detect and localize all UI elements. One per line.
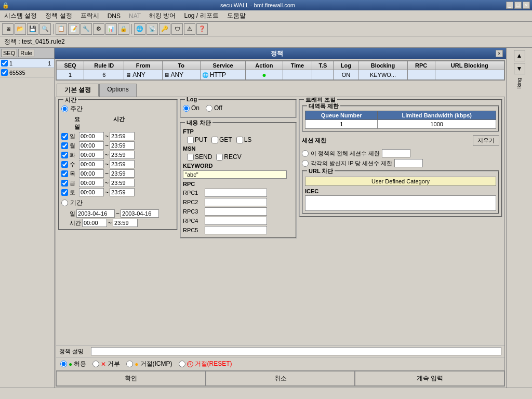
action-allow-icon: ● <box>69 361 72 368</box>
log-on-radio[interactable] <box>183 105 190 112</box>
msn-send-label[interactable]: SEND <box>187 153 212 161</box>
rpc5-input[interactable] <box>205 226 267 234</box>
day-end-sun[interactable] <box>110 132 135 140</box>
ftp-put-checkbox[interactable] <box>187 137 194 143</box>
ftp-get-label[interactable]: GET <box>211 136 232 143</box>
msn-recv-checkbox[interactable] <box>216 154 223 161</box>
weekly-radio-row: 주간 <box>61 104 175 113</box>
sidebar-row-65535[interactable]: 65535 <box>0 68 54 77</box>
tab-basic[interactable]: 기본 설정 <box>57 84 99 97</box>
toolbar-btn-4[interactable]: 🔍 <box>39 23 51 35</box>
action-allow-radio[interactable] <box>60 361 67 367</box>
day-start-fri[interactable] <box>79 179 104 187</box>
day-start-sun[interactable] <box>79 132 104 140</box>
period-radio[interactable] <box>61 200 68 206</box>
ftp-ls-checkbox[interactable] <box>236 137 243 143</box>
session-per-ip-radio[interactable] <box>302 160 309 167</box>
day-checkbox-tue[interactable] <box>61 152 68 158</box>
cancel-button[interactable]: 취소 <box>206 371 355 386</box>
day-end-thu[interactable] <box>110 169 135 178</box>
ftp-ls-label[interactable]: LS <box>236 136 252 143</box>
day-checkbox-thu[interactable] <box>61 170 68 177</box>
ftp-put-label[interactable]: PUT <box>187 136 207 143</box>
confirm-button[interactable]: 확인 <box>56 371 206 386</box>
day-start-tue[interactable] <box>79 151 104 159</box>
toolbar-btn-3[interactable]: 💾 <box>27 23 38 35</box>
toolbar-btn-8[interactable]: ⚙ <box>93 23 104 35</box>
menu-proxy[interactable]: 프락시 <box>78 11 101 21</box>
rpc4-input[interactable] <box>205 217 267 225</box>
day-end-tue[interactable] <box>110 151 135 159</box>
period-end-time[interactable] <box>113 219 138 227</box>
action-icmp-radio[interactable] <box>126 361 133 367</box>
day-start-sat[interactable] <box>79 188 104 196</box>
day-start-mon[interactable] <box>79 141 104 150</box>
minimize-button[interactable]: _ <box>506 2 513 9</box>
keyword-input[interactable] <box>183 170 287 179</box>
session-all-input[interactable] <box>382 149 410 157</box>
day-end-wed[interactable] <box>110 160 135 168</box>
period-start-time[interactable] <box>82 219 107 227</box>
menu-nat[interactable]: NAT <box>127 12 143 20</box>
rpc2-input[interactable] <box>205 198 267 206</box>
weekly-radio[interactable] <box>61 105 68 112</box>
menu-log[interactable]: Log / 리포트 <box>182 11 220 21</box>
table-row[interactable]: 1 6 🖥 ANY 🖥 ANY 🌐 <box>57 70 504 80</box>
sidebar-checkbox-1[interactable] <box>1 60 8 66</box>
policy-explain-input[interactable] <box>91 347 501 355</box>
extra-btn-up[interactable]: ▲ <box>514 50 525 61</box>
period-start-date[interactable] <box>76 209 115 218</box>
day-start-wed[interactable] <box>79 160 104 168</box>
session-per-ip-input[interactable] <box>394 159 423 167</box>
toolbar-btn-9[interactable]: 📊 <box>105 23 117 35</box>
menu-dns[interactable]: DNS <box>105 12 123 20</box>
user-defined-button[interactable]: User Defined Category <box>305 177 496 186</box>
menu-system-settings[interactable]: 시스템 설정 <box>2 11 39 21</box>
action-reset-group: R 거절(RESET) <box>179 360 232 368</box>
day-checkbox-sat[interactable] <box>61 189 68 196</box>
tab-options[interactable]: Options <box>99 84 136 97</box>
dialog-close-button[interactable]: × <box>496 50 503 57</box>
rpc3-input[interactable] <box>205 207 267 216</box>
day-checkbox-sun[interactable] <box>61 133 68 140</box>
toolbar-btn-7[interactable]: 🔧 <box>81 23 92 35</box>
toolbar-btn-2[interactable]: 📂 <box>15 23 26 35</box>
close-button[interactable]: × <box>523 2 530 9</box>
session-all-radio[interactable] <box>302 150 309 157</box>
menu-policy-settings[interactable]: 정책 설정 <box>43 11 74 21</box>
toolbar-btn-11[interactable]: 🌐 <box>134 23 145 35</box>
action-reset-radio[interactable] <box>179 361 185 367</box>
toolbar-btn-14[interactable]: 🛡 <box>171 23 183 35</box>
toolbar-btn-16[interactable]: ❓ <box>196 23 208 35</box>
toolbar-btn-13[interactable]: 🔑 <box>159 23 170 35</box>
sidebar-checkbox-65535[interactable] <box>1 69 8 76</box>
log-off-radio[interactable] <box>206 105 212 112</box>
day-end-fri[interactable] <box>110 179 135 187</box>
toolbar-btn-12[interactable]: 📡 <box>147 23 158 35</box>
maximize-button[interactable]: □ <box>514 2 522 9</box>
toolbar-btn-1[interactable]: 🖥 <box>2 23 14 35</box>
msn-send-checkbox[interactable] <box>187 154 194 161</box>
day-checkbox-mon[interactable] <box>61 142 68 149</box>
sep-thu: ~ <box>104 170 110 177</box>
toolbar-btn-10[interactable]: 🔒 <box>118 23 129 35</box>
toolbar-btn-5[interactable]: 📋 <box>56 23 67 35</box>
action-deny-radio[interactable] <box>92 361 99 367</box>
day-checkbox-fri[interactable] <box>61 180 68 187</box>
rpc1-input[interactable] <box>205 189 267 197</box>
menu-help[interactable]: 도움말 <box>225 11 248 21</box>
day-end-mon[interactable] <box>110 141 135 150</box>
sidebar-row-1[interactable]: 1 1 <box>0 59 54 68</box>
msn-recv-label[interactable]: RECV <box>216 153 241 161</box>
day-start-thu[interactable] <box>79 169 104 178</box>
ftp-get-checkbox[interactable] <box>211 137 218 143</box>
day-checkbox-wed[interactable] <box>61 161 68 168</box>
day-end-sat[interactable] <box>110 188 135 196</box>
clear-button[interactable]: 지우기 <box>473 135 499 146</box>
continue-button[interactable]: 계속 입력 <box>355 371 504 386</box>
menu-hacking[interactable]: 해킹 방어 <box>147 11 178 21</box>
period-end-date[interactable] <box>121 209 159 218</box>
toolbar-btn-6[interactable]: 📝 <box>68 23 79 35</box>
toolbar-btn-15[interactable]: ⚠ <box>184 23 195 35</box>
extra-btn-down[interactable]: ▼ <box>514 63 525 74</box>
